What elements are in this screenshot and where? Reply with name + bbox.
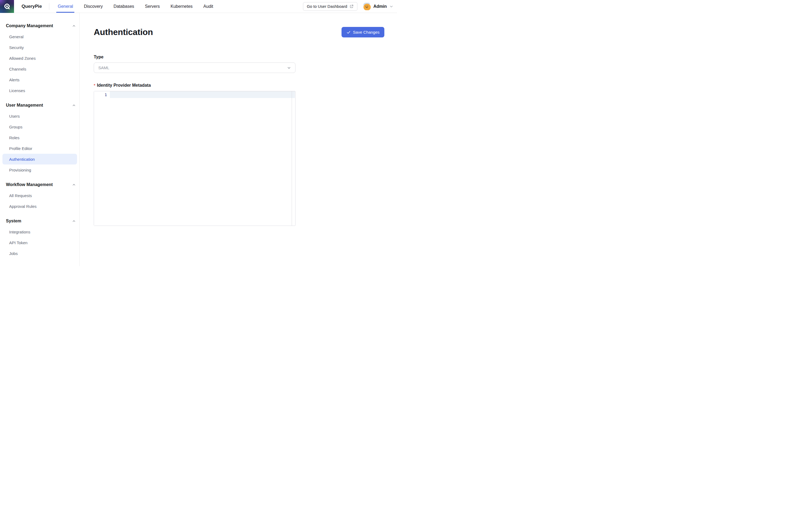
- section-title: Workflow Management: [6, 182, 53, 187]
- querypie-logo-icon[interactable]: [0, 0, 14, 13]
- type-select-value: SAML: [98, 65, 109, 70]
- tab-audit[interactable]: Audit: [203, 0, 213, 13]
- save-changes-label: Save Changes: [353, 30, 379, 35]
- tab-discovery[interactable]: Discovery: [84, 0, 102, 13]
- identity-provider-metadata-label: Identity Provider Metadata: [97, 83, 151, 88]
- sidebar-item-licenses[interactable]: Licenses: [2, 85, 77, 96]
- main-content: Authentication Save Changes Type SAML * …: [80, 13, 397, 266]
- sidebar-header-user-management[interactable]: User Management: [0, 100, 79, 111]
- section-title: System: [6, 218, 21, 224]
- type-select[interactable]: SAML: [94, 62, 296, 73]
- sidebar-item-all-requests[interactable]: All Requests: [2, 190, 77, 201]
- sidebar-item-authentication[interactable]: Authentication: [2, 154, 77, 165]
- editor-line-number: 1: [94, 92, 110, 98]
- sidebar-header-system[interactable]: System: [0, 216, 79, 226]
- sidebar-item-api-token[interactable]: API Token: [2, 237, 77, 248]
- user-avatar[interactable]: [363, 3, 371, 10]
- topbar-divider: [49, 3, 49, 10]
- chevron-up-icon: [72, 24, 76, 28]
- sidebar-item-integrations[interactable]: Integrations: [2, 226, 77, 237]
- sidebar-item-alerts[interactable]: Alerts: [2, 74, 77, 85]
- metadata-text-input[interactable]: [110, 91, 291, 226]
- sidebar-section-workflow-management: Workflow Management All Requests Approva…: [0, 179, 79, 212]
- top-navigation: General Discovery Databases Servers Kube…: [58, 0, 213, 13]
- user-menu-trigger[interactable]: [390, 4, 393, 8]
- tab-kubernetes[interactable]: Kubernetes: [170, 0, 193, 13]
- editor-scrollbar[interactable]: [292, 91, 295, 226]
- external-link-icon: [349, 4, 354, 8]
- required-asterisk: *: [94, 83, 95, 88]
- go-to-user-dashboard-button[interactable]: Go to User Dashboard: [303, 2, 357, 11]
- settings-sidebar: Company Management General Security Allo…: [0, 13, 80, 266]
- sidebar-item-profile-editor[interactable]: Profile Editor: [2, 143, 77, 154]
- sidebar-item-groups[interactable]: Groups: [2, 121, 77, 132]
- authentication-form: Type SAML * Identity Provider Metadata 1: [94, 55, 296, 226]
- sidebar-item-users[interactable]: Users: [2, 111, 77, 121]
- sidebar-item-general[interactable]: General: [2, 31, 77, 42]
- sidebar-header-company-management[interactable]: Company Management: [0, 20, 79, 31]
- chevron-up-icon: [72, 183, 76, 187]
- topbar-right-group: Go to User Dashboard Admin: [303, 2, 397, 11]
- section-title: Company Management: [6, 23, 53, 28]
- sidebar-item-provisioning[interactable]: Provisioning: [2, 165, 77, 175]
- check-icon: [346, 30, 351, 35]
- brand-name: QueryPie: [22, 4, 42, 9]
- tab-databases[interactable]: Databases: [114, 0, 134, 13]
- top-bar: QueryPie General Discovery Databases Ser…: [0, 0, 397, 13]
- go-to-user-dashboard-label: Go to User Dashboard: [307, 4, 347, 8]
- sidebar-item-channels[interactable]: Channels: [2, 63, 77, 74]
- type-label: Type: [94, 55, 296, 59]
- sidebar-item-jobs[interactable]: Jobs: [2, 248, 77, 259]
- tab-general[interactable]: General: [58, 0, 73, 13]
- sidebar-item-security[interactable]: Security: [2, 42, 77, 53]
- chevron-down-icon: [390, 4, 393, 8]
- tab-servers[interactable]: Servers: [145, 0, 160, 13]
- chevron-down-icon: [287, 66, 291, 70]
- sidebar-section-user-management: User Management Users Groups Roles Profi…: [0, 100, 79, 175]
- metadata-code-editor: 1: [94, 91, 296, 226]
- save-changes-button[interactable]: Save Changes: [341, 27, 384, 37]
- page-title: Authentication: [94, 27, 153, 37]
- chevron-up-icon: [72, 220, 76, 223]
- editor-line-number-gutter: 1: [94, 91, 110, 226]
- logo-q-mark: [2, 2, 12, 11]
- sidebar-item-allowed-zones[interactable]: Allowed Zones: [2, 53, 77, 63]
- chevron-up-icon: [72, 104, 76, 107]
- sidebar-section-system: System Integrations API Token Jobs: [0, 216, 79, 259]
- user-name-label[interactable]: Admin: [373, 4, 387, 9]
- sidebar-item-roles[interactable]: Roles: [2, 132, 77, 143]
- sidebar-section-company-management: Company Management General Security Allo…: [0, 20, 79, 96]
- sidebar-header-workflow-management[interactable]: Workflow Management: [0, 179, 79, 190]
- sidebar-item-approval-rules[interactable]: Approval Rules: [2, 201, 77, 212]
- section-title: User Management: [6, 103, 43, 108]
- avatar-face-icon: [363, 3, 371, 10]
